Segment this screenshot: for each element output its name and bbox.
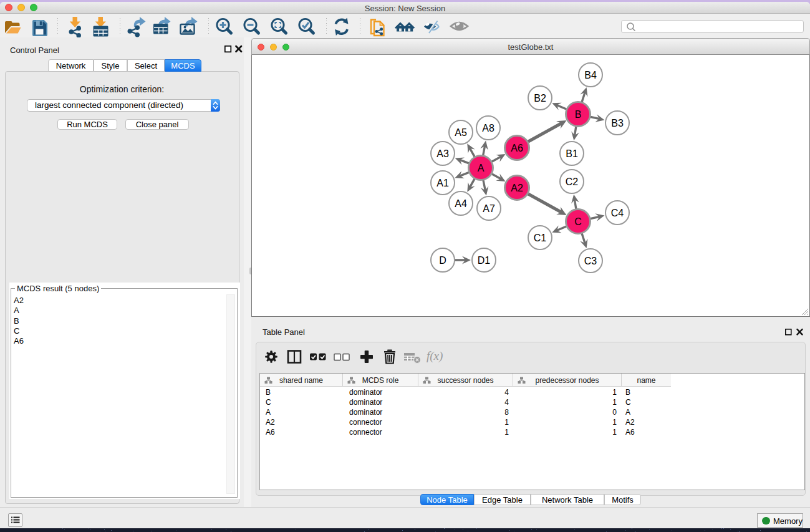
svg-text:D: D [439,255,446,266]
svg-text:A7: A7 [483,203,495,214]
svg-text:C1: C1 [534,233,547,243]
svg-text:B4: B4 [584,70,597,80]
svg-text:B: B [575,109,582,120]
svg-text:A1: A1 [436,178,449,188]
svg-text:B1: B1 [566,148,578,159]
svg-text:C2: C2 [566,177,579,187]
svg-text:A6: A6 [511,143,523,153]
svg-text:C4: C4 [611,208,624,218]
svg-text:B3: B3 [611,118,624,128]
svg-text:C3: C3 [584,256,597,266]
svg-text:B2: B2 [534,93,546,104]
svg-text:A5: A5 [455,127,467,138]
svg-text:A2: A2 [511,183,523,193]
svg-text:C: C [574,216,582,227]
svg-text:D1: D1 [478,255,491,266]
svg-text:A4: A4 [455,198,467,209]
svg-text:A: A [478,163,485,173]
svg-text:A3: A3 [436,148,449,159]
svg-text:A8: A8 [482,123,494,133]
